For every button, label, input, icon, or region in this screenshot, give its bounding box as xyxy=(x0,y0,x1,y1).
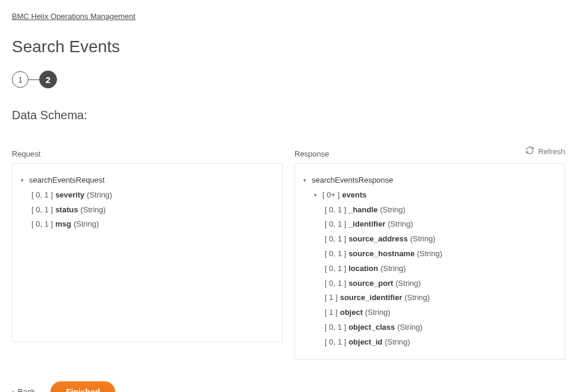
tree-field-name: source_address xyxy=(348,233,408,246)
tree-leaf[interactable]: [ 0, 1 ] source_port(String) xyxy=(303,276,556,291)
tree-leaf[interactable]: [ 0, 1 ] msg(String) xyxy=(21,217,274,232)
tree-leaf[interactable]: [ 0, 1 ] object_id(String) xyxy=(303,335,556,350)
back-label: Back xyxy=(18,387,35,392)
tree-leaf[interactable]: [ 0, 1 ] severity(String) xyxy=(21,188,274,203)
tree-field-name: status xyxy=(55,204,78,216)
tree-field-name: location xyxy=(348,263,378,275)
request-panel: ▾ searchEventsRequest [ 0, 1 ] severity(… xyxy=(12,163,283,342)
chevron-left-icon: ‹ xyxy=(12,388,14,392)
tree-cardinality: [ 0, 1 ] xyxy=(325,321,346,334)
tree-field-type: (String) xyxy=(74,218,99,231)
finished-button[interactable]: Finished xyxy=(50,381,116,392)
chevron-down-icon: ▾ xyxy=(314,191,319,199)
section-heading: Data Schema: xyxy=(12,109,565,122)
tree-cardinality: [ 0, 1 ] xyxy=(325,278,346,290)
tree-root[interactable]: ▾ searchEventsRequest xyxy=(21,173,274,188)
tree-root-name: searchEventsRequest xyxy=(29,174,104,187)
tree-root-name: searchEventsResponse xyxy=(312,174,393,187)
tree-cardinality: [ 0, 1 ] xyxy=(31,189,53,202)
tree-root[interactable]: ▾ searchEventsResponse xyxy=(303,173,556,188)
tree-leaf[interactable]: [ 1 ] source_identifier(String) xyxy=(303,291,556,305)
chevron-down-icon: ▾ xyxy=(303,176,309,184)
chevron-down-icon: ▾ xyxy=(21,176,26,184)
request-label: Request xyxy=(12,149,283,158)
tree-field-type: (String) xyxy=(388,218,413,231)
back-button[interactable]: ‹ Back xyxy=(12,387,35,392)
tree-cardinality: [ 0, 1 ] xyxy=(31,218,53,231)
tree-node-events[interactable]: ▾ [ 0+ ] events xyxy=(303,188,556,203)
tree-cardinality: [ 0, 1 ] xyxy=(325,263,346,275)
tree-cardinality: [ 0, 1 ] xyxy=(325,204,346,216)
tree-field-name: msg xyxy=(55,218,71,231)
tree-field-name: source_port xyxy=(348,278,393,290)
step-indicator: 1 2 xyxy=(12,71,565,88)
tree-field-name: source_hostname xyxy=(348,248,414,260)
tree-leaf[interactable]: [ 0, 1 ] _handle(String) xyxy=(303,203,556,218)
response-panel: ▾ searchEventsResponse ▾ [ 0+ ] events [… xyxy=(294,163,565,360)
tree-field-name: object_id xyxy=(348,336,382,349)
tree-field-type: (String) xyxy=(417,248,442,260)
tree-field-type: (String) xyxy=(397,321,423,334)
tree-cardinality: [ 0, 1 ] xyxy=(31,204,53,216)
breadcrumb[interactable]: BMC Helix Operations Management xyxy=(12,12,565,21)
tree-leaf[interactable]: [ 0, 1 ] source_hostname(String) xyxy=(303,247,556,262)
tree-field-type: (String) xyxy=(87,189,112,202)
tree-field-type: (String) xyxy=(410,233,436,246)
tree-leaf[interactable]: [ 0, 1 ] _identifier(String) xyxy=(303,217,556,232)
tree-field-type: (String) xyxy=(395,278,421,290)
tree-cardinality: [ 0, 1 ] xyxy=(325,336,346,349)
response-column: Response ▾ searchEventsResponse ▾ [ 0+ ]… xyxy=(294,149,565,360)
tree-field-type: (String) xyxy=(381,263,406,275)
tree-leaf[interactable]: [ 1 ] object(String) xyxy=(303,305,556,320)
tree-field-name: object xyxy=(340,307,363,319)
tree-field-name: _handle xyxy=(348,204,378,216)
tree-field-name: severity xyxy=(55,189,84,202)
tree-field-type: (String) xyxy=(380,204,405,216)
step-connector xyxy=(28,79,39,80)
tree-cardinality: [ 1 ] xyxy=(325,307,338,319)
tree-field-name: _identifier xyxy=(348,218,385,231)
step-2[interactable]: 2 xyxy=(39,71,57,88)
tree-cardinality: [ 0, 1 ] xyxy=(325,233,346,246)
tree-leaf[interactable]: [ 0, 1 ] status(String) xyxy=(21,203,274,218)
tree-field-type: (String) xyxy=(365,307,391,319)
page-title: Search Events xyxy=(12,37,565,56)
response-label: Response xyxy=(294,149,565,158)
tree-cardinality: [ 0+ ] xyxy=(322,189,340,202)
tree-field-type: (String) xyxy=(385,336,410,349)
tree-field-type: (String) xyxy=(404,292,430,304)
step-1[interactable]: 1 xyxy=(12,71,28,88)
tree-cardinality: [ 1 ] xyxy=(325,292,338,304)
tree-node-name: events xyxy=(342,189,366,202)
tree-leaf[interactable]: [ 0, 1 ] location(String) xyxy=(303,262,556,276)
tree-leaf[interactable]: [ 0, 1 ] source_address(String) xyxy=(303,232,556,247)
request-column: Request ▾ searchEventsRequest [ 0, 1 ] s… xyxy=(12,149,283,360)
tree-cardinality: [ 0, 1 ] xyxy=(325,218,346,231)
tree-leaf[interactable]: [ 0, 1 ] object_class(String) xyxy=(303,320,556,335)
tree-field-type: (String) xyxy=(80,204,106,216)
tree-field-name: source_identifier xyxy=(340,292,402,304)
tree-field-name: object_class xyxy=(348,321,395,334)
tree-cardinality: [ 0, 1 ] xyxy=(325,248,346,260)
